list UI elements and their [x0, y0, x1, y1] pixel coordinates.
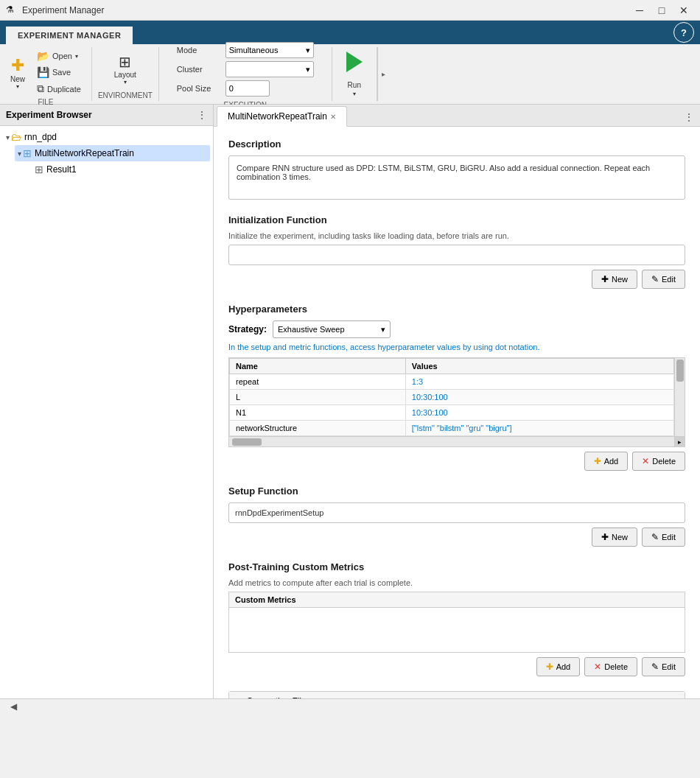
custom-metrics-header: Custom Metrics — [229, 592, 685, 608]
tab-label: MultiNetworkRepeatTrain — [228, 111, 327, 122]
supporting-files-title: Supporting Files — [247, 696, 311, 698]
experiment-browser-header: Experiment Browser ⋮ — [0, 105, 213, 126]
open-button[interactable]: 📂 Open ▾ — [32, 49, 85, 63]
param-name: networkStructure — [230, 421, 406, 436]
metrics-edit-button[interactable]: ✎ Edit — [642, 657, 685, 676]
strategy-row: Strategy: Exhaustive Sweep ▾ — [228, 320, 685, 338]
param-values: ["lstm" "bilstm" "gru" "bigru"] — [405, 421, 673, 436]
init-function-section: Initialization Function Initialize the e… — [228, 214, 685, 289]
cluster-label: Cluster — [177, 65, 221, 74]
hyperparameters-table-wrapper: Name Values repeat 1:3 L — [228, 357, 685, 447]
post-training-title: Post-Training Custom Metrics — [228, 561, 685, 572]
rnn-dpd-label: rnn_dpd — [24, 132, 57, 142]
tree-item-multi-network[interactable]: ▾ ⊞ MultiNetworkRepeatTrain — [15, 145, 210, 161]
setup-function-input[interactable] — [228, 502, 685, 523]
description-section: Description Compare RNN structure used a… — [228, 139, 685, 200]
result1-label: Result1 — [46, 164, 77, 175]
strategy-chevron-icon: ▾ — [381, 325, 385, 334]
init-new-button[interactable]: ✚ New — [592, 270, 637, 289]
run-triangle-icon — [346, 52, 363, 72]
experiment-manager-tab[interactable]: EXPERIMENT MANAGER — [6, 27, 133, 44]
mode-dropdown[interactable]: Simultaneous ▾ — [225, 42, 314, 58]
param-values: 10:30:100 — [405, 405, 673, 421]
right-panel: MultiNetworkRepeatTrain ✕ ⋮ Description … — [214, 105, 700, 698]
env-group-content: ⊞ Layout ▾ — [110, 49, 141, 90]
metrics-edit-icon: ✎ — [651, 662, 659, 672]
environment-group: ⊞ Layout ▾ ENVIRONMENT — [92, 47, 159, 101]
init-function-input[interactable] — [228, 245, 685, 265]
content-tab-multi-network[interactable]: MultiNetworkRepeatTrain ✕ — [217, 106, 347, 127]
pool-size-input[interactable] — [225, 80, 270, 97]
metrics-add-button[interactable]: ✚ Add — [536, 657, 581, 676]
mode-label: Mode — [177, 46, 221, 55]
hyperparameters-table: Name Values repeat 1:3 L — [229, 358, 674, 436]
setup-function-title: Setup Function — [228, 486, 685, 497]
hyperparameters-delete-button[interactable]: ✕ Delete — [632, 452, 685, 471]
setup-new-icon: ✚ — [601, 532, 609, 542]
cluster-dropdown[interactable]: ▾ — [225, 61, 314, 77]
tab-bar: MultiNetworkRepeatTrain ✕ ⋮ — [214, 105, 700, 127]
pool-size-label: Pool Size — [177, 84, 221, 93]
content-area: Description Compare RNN structure used a… — [214, 127, 700, 698]
run-button[interactable] — [341, 52, 368, 78]
metrics-delete-button[interactable]: ✕ Delete — [584, 657, 637, 676]
duplicate-button[interactable]: ⧉ Duplicate — [32, 81, 85, 97]
cluster-chevron-icon: ▾ — [306, 65, 310, 74]
init-function-btn-row: ✚ New ✎ Edit — [228, 270, 685, 289]
setup-function-section: Setup Function ✚ New ✎ Edit — [228, 486, 685, 547]
bottom-bar: ◀ — [0, 698, 700, 713]
hyperparameters-table-scroll[interactable]: Name Values repeat 1:3 L — [229, 358, 674, 436]
title-bar: ⚗ Experiment Manager ─ □ ✕ — [0, 0, 700, 21]
mode-chevron-icon: ▾ — [306, 46, 310, 55]
hyperparameters-title: Hyperparameters — [228, 304, 685, 315]
metrics-add-icon: ✚ — [546, 662, 553, 672]
minimize-button[interactable]: ─ — [629, 2, 650, 18]
file-group-content: ✚ New ▾ 📂 Open ▾ 💾 Save ⧉ Duplicate — [6, 49, 85, 97]
table-row: L 10:30:100 — [230, 390, 674, 405]
toolbar-scroll-right[interactable]: ▸ — [377, 47, 389, 101]
init-edit-icon: ✎ — [651, 274, 659, 284]
init-function-description: Initialize the experiment, including tas… — [228, 231, 685, 240]
panel-menu-button[interactable]: ⋮ — [197, 109, 207, 121]
strategy-value: Exhaustive Sweep — [278, 325, 345, 334]
save-button[interactable]: 💾 Save — [32, 65, 85, 80]
metrics-delete-icon: ✕ — [594, 662, 601, 672]
folder-icon: 🗁 — [11, 131, 21, 143]
strategy-dropdown[interactable]: Exhaustive Sweep ▾ — [273, 320, 391, 338]
maximize-button[interactable]: □ — [651, 2, 672, 18]
layout-button[interactable]: ⊞ Layout ▾ — [110, 52, 141, 87]
multi-network-chevron-icon: ▾ — [18, 150, 21, 158]
hyperparameters-add-button[interactable]: ✚ Add — [584, 452, 629, 471]
col-values-header: Values — [405, 359, 673, 374]
close-button[interactable]: ✕ — [673, 2, 694, 18]
metrics-table-wrapper: Custom Metrics — [228, 592, 685, 653]
setup-new-button[interactable]: ✚ New — [592, 528, 637, 547]
setup-edit-button[interactable]: ✎ Edit — [642, 528, 685, 547]
run-label: Run — [348, 81, 361, 89]
supporting-files-header[interactable]: ▶ Supporting Files — [229, 692, 685, 698]
post-training-section: Post-Training Custom Metrics Add metrics… — [228, 561, 685, 676]
main-layout: Experiment Browser ⋮ ▾ 🗁 rnn_dpd ▾ ⊞ Mul… — [0, 105, 700, 698]
environment-label: ENVIRONMENT — [98, 91, 153, 99]
table-scrollbar-x[interactable]: ▸ — [229, 436, 685, 446]
tree-item-result1[interactable]: ▾ ⊞ Result1 — [27, 161, 210, 178]
tree-view: ▾ 🗁 rnn_dpd ▾ ⊞ MultiNetworkRepeatTrain … — [0, 126, 213, 698]
delete-icon: ✕ — [642, 456, 649, 466]
description-box[interactable]: Compare RNN structure used as DPD: LSTM,… — [228, 155, 685, 200]
table-scrollbar-y[interactable] — [674, 358, 685, 436]
ribbon-tab-bar: EXPERIMENT MANAGER ? — [0, 21, 700, 44]
post-training-description: Add metrics to compute after each trial … — [228, 578, 685, 587]
run-group: Run ▾ — [332, 47, 377, 101]
tree-item-rnn-dpd[interactable]: ▾ 🗁 rnn_dpd — [3, 129, 210, 145]
init-new-icon: ✚ — [601, 274, 609, 284]
new-button[interactable]: ✚ New ▾ — [6, 55, 29, 91]
bottom-nav-left[interactable]: ◀ — [6, 700, 21, 713]
tab-close-icon[interactable]: ✕ — [330, 113, 336, 121]
help-button[interactable]: ? — [673, 22, 694, 43]
title-bar-controls: ─ □ ✕ — [629, 2, 694, 18]
hyperparameters-info-text: In the setup and metric functions, acces… — [228, 343, 685, 351]
multi-network-label: MultiNetworkRepeatTrain — [35, 148, 134, 158]
tab-menu-button[interactable]: ⋮ — [678, 108, 700, 126]
init-edit-button[interactable]: ✎ Edit — [642, 270, 685, 289]
hyperparameters-section: Hyperparameters Strategy: Exhaustive Swe… — [228, 304, 685, 471]
